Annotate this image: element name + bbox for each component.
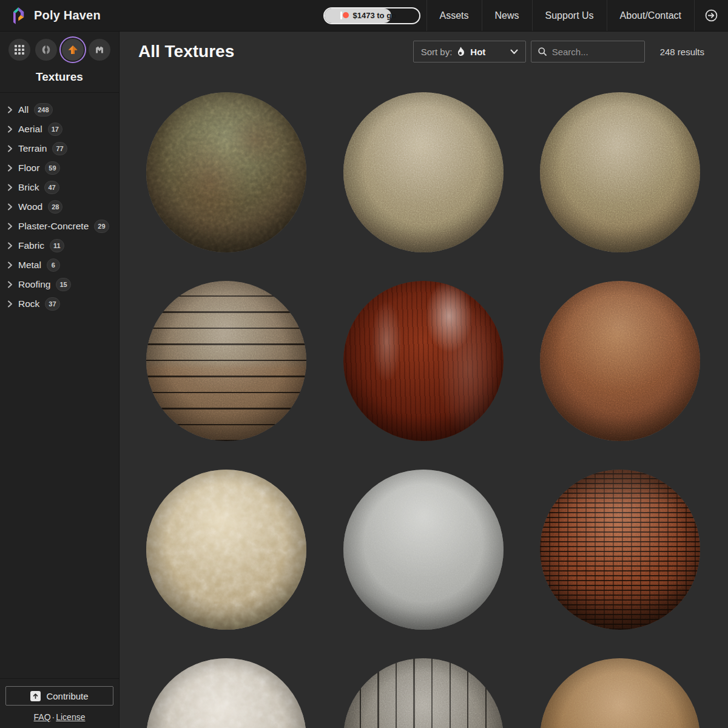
sphere-shading <box>540 658 700 728</box>
category-brick[interactable]: Brick 47 <box>7 178 114 197</box>
category-list: All 248 Aerial 17 Terrain 77 Floor 59 Br… <box>0 93 119 678</box>
flame-hot-icon <box>456 47 466 56</box>
chevron-right-icon <box>7 164 13 172</box>
hdri-sphere-icon <box>40 44 52 56</box>
texture-sphere-mossy-forest-ground[interactable] <box>146 92 306 252</box>
chevron-right-icon <box>7 281 13 288</box>
chevron-right-icon <box>7 223 13 230</box>
category-count-badge: 6 <box>47 258 60 272</box>
category-count-badge: 248 <box>34 103 52 116</box>
texture-sphere-smooth-light-wood[interactable] <box>540 658 700 728</box>
chevron-right-icon <box>7 184 13 191</box>
results-count: 248 results <box>660 47 704 57</box>
sphere-shading <box>540 92 700 252</box>
texture-grid <box>120 92 728 728</box>
textures-arrow-icon <box>67 44 79 56</box>
category-count-badge: 37 <box>45 297 59 311</box>
sphere-shading <box>343 281 504 441</box>
chevron-right-icon <box>7 145 13 152</box>
sidebar: Textures All 248 Aerial 17 Terrain 77 Fl… <box>0 32 120 728</box>
search-box <box>531 41 645 62</box>
texture-sphere-cracked-limestone-rock[interactable] <box>146 470 306 630</box>
brand-logo-home-link[interactable]: Poly Haven <box>0 0 110 31</box>
sort-value: Hot <box>470 47 485 57</box>
category-count-badge: 77 <box>52 142 67 155</box>
asset-type-switcher: Textures <box>0 32 119 93</box>
tab-textures[interactable] <box>62 39 84 61</box>
nav-item-assets[interactable]: Assets <box>426 0 482 31</box>
top-header: Poly Haven $1473 to go Assets News Suppo… <box>0 0 728 32</box>
chevron-right-icon <box>7 126 13 133</box>
texture-sphere-sandy-dirt[interactable] <box>343 92 504 252</box>
search-icon <box>538 47 547 56</box>
category-count-badge: 28 <box>48 200 62 214</box>
chevron-right-icon <box>7 261 13 269</box>
tab-hdris[interactable] <box>35 39 57 61</box>
texture-sphere-weathered-wood-planks[interactable] <box>146 281 306 441</box>
sphere-shading <box>343 470 504 630</box>
category-terrain[interactable]: Terrain 77 <box>7 139 114 158</box>
texture-sphere-red-brick-wall[interactable] <box>540 470 700 630</box>
faq-link[interactable]: FAQ <box>34 712 51 722</box>
tab-all-assets[interactable] <box>8 39 30 61</box>
category-wood[interactable]: Wood 28 <box>7 197 114 217</box>
sort-label: Sort by: <box>421 47 453 57</box>
category-count-badge: 29 <box>94 220 109 233</box>
funding-progress-pill[interactable]: $1473 to go <box>323 7 420 24</box>
sphere-shading <box>343 658 504 728</box>
category-floor[interactable]: Floor 59 <box>7 158 114 178</box>
sign-in-button[interactable] <box>695 0 728 31</box>
category-plaster-concrete[interactable]: Plaster-Concrete 29 <box>7 217 114 236</box>
nav-item-news[interactable]: News <box>482 0 532 31</box>
category-aerial[interactable]: Aerial 17 <box>7 120 114 139</box>
category-count-badge: 15 <box>56 278 70 291</box>
category-count-badge: 11 <box>50 239 64 252</box>
sidebar-footer: Contribute FAQ·License <box>0 678 119 728</box>
sign-in-icon <box>704 8 719 23</box>
brand-name: Poly Haven <box>34 8 101 22</box>
link-separator: · <box>51 712 56 722</box>
category-metal[interactable]: Metal 6 <box>7 255 114 275</box>
category-count-badge: 17 <box>48 123 62 136</box>
header-nav: Assets News Support Us About/Contact <box>426 0 695 31</box>
category-count-badge: 59 <box>45 161 59 175</box>
nav-item-about-contact[interactable]: About/Contact <box>607 0 695 31</box>
category-rock[interactable]: Rock 37 <box>7 294 114 314</box>
sidebar-title: Textures <box>0 61 119 92</box>
page-title: All Textures <box>138 42 234 61</box>
chevron-right-icon <box>7 203 13 211</box>
contribute-button[interactable]: Contribute <box>5 686 113 706</box>
grid-icon <box>14 44 25 55</box>
sphere-shading <box>540 470 700 630</box>
toolbar: All Textures Sort by: Hot <box>120 32 728 63</box>
texture-sphere-smooth-concrete[interactable] <box>343 470 504 630</box>
sphere-shading <box>540 281 700 441</box>
polyhaven-logo-icon <box>10 5 26 25</box>
texture-sphere-rough-white-plaster[interactable] <box>146 658 306 728</box>
header-spacer <box>110 0 323 31</box>
funding-label: $1473 to go <box>353 11 397 20</box>
category-roofing[interactable]: Roofing 15 <box>7 275 114 294</box>
category-all[interactable]: All 248 <box>7 100 114 120</box>
chevron-right-icon <box>7 106 13 113</box>
upload-box-icon <box>30 691 41 701</box>
tab-models[interactable] <box>89 39 110 61</box>
category-count-badge: 47 <box>44 181 59 194</box>
sphere-shading <box>146 92 306 252</box>
sphere-shading <box>146 470 306 630</box>
texture-sphere-brown-leather[interactable] <box>540 281 700 441</box>
main-content: All Textures Sort by: Hot <box>120 32 728 728</box>
sphere-shading <box>146 658 306 728</box>
texture-sphere-dry-gravel-dirt[interactable] <box>540 92 700 252</box>
chevron-down-icon <box>510 49 518 55</box>
sphere-shading <box>146 281 306 441</box>
texture-sphere-polished-mahogany-wood[interactable] <box>343 281 504 441</box>
nav-item-support-us[interactable]: Support Us <box>532 0 607 31</box>
category-fabric[interactable]: Fabric 11 <box>7 236 114 255</box>
chevron-right-icon <box>7 242 13 249</box>
sort-dropdown[interactable]: Sort by: Hot <box>413 41 526 62</box>
texture-sphere-gray-wood-planks[interactable] <box>343 658 504 728</box>
license-link[interactable]: License <box>56 712 85 722</box>
search-input[interactable] <box>552 47 638 57</box>
contribute-label: Contribute <box>46 691 88 701</box>
